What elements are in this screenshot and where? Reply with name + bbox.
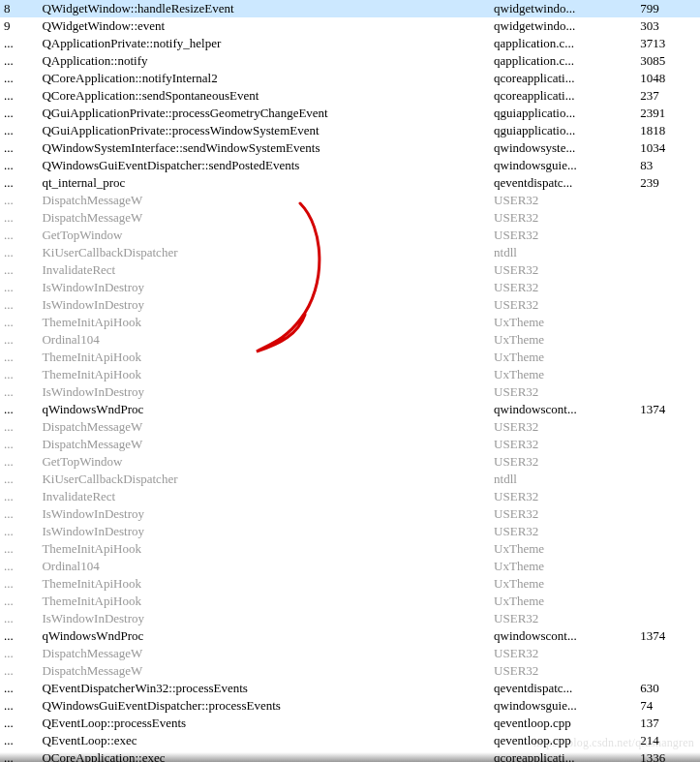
stack-frame-row[interactable]: ...DispatchMessageWUSER32 — [0, 436, 700, 453]
frame-depth: ... — [0, 139, 38, 157]
stack-frame-row[interactable]: ...qWindowsWndProcqwindowscont...1374 — [0, 401, 700, 418]
stack-frame-row[interactable]: 9QWidgetWindow::eventqwidgetwindo...303 — [0, 17, 700, 35]
frame-line — [636, 279, 700, 296]
stack-frame-row[interactable]: ...QEventLoop::execqeventloop.cpp214 — [0, 732, 700, 749]
frame-function: InvalidateRect — [38, 261, 490, 279]
frame-module: USER32 — [490, 436, 636, 453]
frame-line: 214 — [636, 732, 700, 749]
stack-frame-row[interactable]: ...DispatchMessageWUSER32 — [0, 645, 700, 662]
stack-frame-row[interactable]: 8QWidgetWindow::handleResizeEventqwidget… — [0, 0, 700, 17]
frame-line — [636, 488, 700, 505]
stack-frame-row[interactable]: ...qWindowsWndProcqwindowscont...1374 — [0, 627, 700, 645]
frame-module: qwidgetwindo... — [490, 0, 636, 17]
frame-function: QEventLoop::exec — [38, 732, 490, 749]
stack-frame-row[interactable]: ...DispatchMessageWUSER32 — [0, 192, 700, 209]
frame-function: QEventDispatcherWin32::processEvents — [38, 680, 490, 697]
stack-frame-row[interactable]: ...IsWindowInDestroyUSER32 — [0, 610, 700, 627]
frame-line — [636, 349, 700, 366]
stack-frame-row[interactable]: ...DispatchMessageWUSER32 — [0, 662, 700, 680]
frame-module: UxTheme — [490, 540, 636, 558]
stack-frame-row[interactable]: ...ThemeInitApiHookUxTheme — [0, 593, 700, 610]
frame-function: qt_internal_proc — [38, 174, 490, 192]
stack-frame-row[interactable]: ...IsWindowInDestroyUSER32 — [0, 383, 700, 401]
stack-frame-row[interactable]: ...QCoreApplication::notifyInternal2qcor… — [0, 70, 700, 87]
frame-function: QApplication::notify — [38, 52, 490, 70]
stack-frame-row[interactable]: ...GetTopWindowUSER32 — [0, 453, 700, 471]
frame-line: 239 — [636, 174, 700, 192]
stack-frame-row[interactable]: ...QCoreApplication::sendSpontaneousEven… — [0, 87, 700, 105]
frame-line: 303 — [636, 17, 700, 35]
stack-frame-row[interactable]: ...QWindowsGuiEventDispatcher::processEv… — [0, 697, 700, 715]
stack-frame-row[interactable]: ...DispatchMessageWUSER32 — [0, 418, 700, 436]
frame-line — [636, 593, 700, 610]
stack-frame-row[interactable]: ...ThemeInitApiHookUxTheme — [0, 366, 700, 383]
frame-depth: ... — [0, 749, 38, 762]
frame-line — [636, 261, 700, 279]
stack-frame-row[interactable]: ...InvalidateRectUSER32 — [0, 261, 700, 279]
stack-frame-row[interactable]: ...Ordinal104UxTheme — [0, 331, 700, 349]
stack-frame-row[interactable]: ...ThemeInitApiHookUxTheme — [0, 314, 700, 331]
call-stack-table[interactable]: 8QWidgetWindow::handleResizeEventqwidget… — [0, 0, 700, 762]
frame-depth: ... — [0, 418, 38, 436]
stack-frame-row[interactable]: ...QEventLoop::processEventsqeventloop.c… — [0, 715, 700, 732]
stack-frame-row[interactable]: ...QApplicationPrivate::notify_helperqap… — [0, 35, 700, 52]
frame-depth: ... — [0, 453, 38, 471]
frame-function: DispatchMessageW — [38, 418, 490, 436]
stack-frame-row[interactable]: ...QCoreApplication::execqcoreapplicati.… — [0, 749, 700, 762]
frame-line — [636, 558, 700, 575]
frame-depth: ... — [0, 331, 38, 349]
frame-function: IsWindowInDestroy — [38, 523, 490, 540]
frame-function: QGuiApplicationPrivate::processGeometryC… — [38, 105, 490, 122]
stack-frame-row[interactable]: ...QWindowsGuiEventDispatcher::sendPoste… — [0, 157, 700, 174]
stack-frame-row[interactable]: ...DispatchMessageWUSER32 — [0, 209, 700, 227]
frame-depth: ... — [0, 471, 38, 488]
frame-line — [636, 209, 700, 227]
frame-function: ThemeInitApiHook — [38, 575, 490, 593]
frame-line: 2391 — [636, 105, 700, 122]
frame-module: USER32 — [490, 192, 636, 209]
stack-frame-row[interactable]: ...QGuiApplicationPrivate::processWindow… — [0, 122, 700, 139]
frame-function: DispatchMessageW — [38, 192, 490, 209]
frame-function: IsWindowInDestroy — [38, 383, 490, 401]
stack-frame-row[interactable]: ...QEventDispatcherWin32::processEventsq… — [0, 680, 700, 697]
frame-depth: ... — [0, 505, 38, 523]
frame-module: USER32 — [490, 645, 636, 662]
stack-frame-row[interactable]: ...ThemeInitApiHookUxTheme — [0, 349, 700, 366]
frame-line — [636, 418, 700, 436]
stack-frame-row[interactable]: ...qt_internal_procqeventdispatc...239 — [0, 174, 700, 192]
frame-module: USER32 — [490, 383, 636, 401]
frame-function: QWidgetWindow::event — [38, 17, 490, 35]
frame-depth: 8 — [0, 0, 38, 17]
frame-line: 83 — [636, 157, 700, 174]
stack-frame-row[interactable]: ...KiUserCallbackDispatcherntdll — [0, 244, 700, 261]
frame-function: Ordinal104 — [38, 558, 490, 575]
stack-frame-row[interactable]: ...GetTopWindowUSER32 — [0, 227, 700, 244]
frame-line — [636, 244, 700, 261]
stack-frame-row[interactable]: ...QApplication::notifyqapplication.c...… — [0, 52, 700, 70]
frame-depth: ... — [0, 105, 38, 122]
stack-frame-row[interactable]: ...QWindowSystemInterface::sendWindowSys… — [0, 139, 700, 157]
stack-frame-row[interactable]: ...IsWindowInDestroyUSER32 — [0, 279, 700, 296]
stack-frame-row[interactable]: ...ThemeInitApiHookUxTheme — [0, 575, 700, 593]
stack-frame-row[interactable]: ...IsWindowInDestroyUSER32 — [0, 523, 700, 540]
stack-frame-row[interactable]: ...InvalidateRectUSER32 — [0, 488, 700, 505]
frame-depth: ... — [0, 715, 38, 732]
frame-depth: ... — [0, 366, 38, 383]
frame-function: ThemeInitApiHook — [38, 349, 490, 366]
frame-module: USER32 — [490, 227, 636, 244]
frame-depth: ... — [0, 209, 38, 227]
frame-module: UxTheme — [490, 349, 636, 366]
frame-function: QEventLoop::processEvents — [38, 715, 490, 732]
stack-frame-row[interactable]: ...IsWindowInDestroyUSER32 — [0, 505, 700, 523]
frame-module: USER32 — [490, 296, 636, 314]
frame-module: UxTheme — [490, 575, 636, 593]
stack-frame-row[interactable]: ...Ordinal104UxTheme — [0, 558, 700, 575]
frame-function: QCoreApplication::sendSpontaneousEvent — [38, 87, 490, 105]
stack-frame-row[interactable]: ...IsWindowInDestroyUSER32 — [0, 296, 700, 314]
frame-line: 3085 — [636, 52, 700, 70]
stack-frame-row[interactable]: ...KiUserCallbackDispatcherntdll — [0, 471, 700, 488]
stack-frame-row[interactable]: ...ThemeInitApiHookUxTheme — [0, 540, 700, 558]
frame-module: USER32 — [490, 418, 636, 436]
frame-function: qWindowsWndProc — [38, 401, 490, 418]
stack-frame-row[interactable]: ...QGuiApplicationPrivate::processGeomet… — [0, 105, 700, 122]
